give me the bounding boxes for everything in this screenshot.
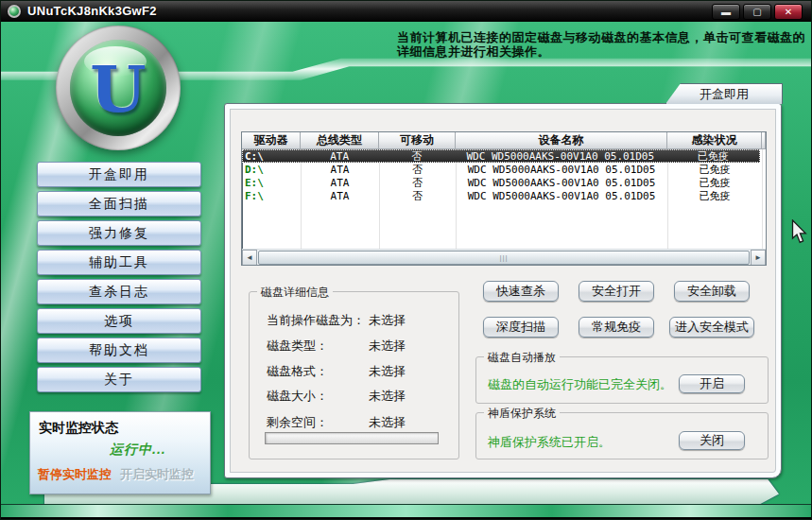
cell-device: WDC WD5000AAKS-00V1A0 05.01D05 xyxy=(455,150,665,163)
detail-label: 剩余空间： xyxy=(267,414,328,431)
sidebar-item-options[interactable]: 选项 xyxy=(37,308,201,334)
monitor-title: 实时监控状态 xyxy=(39,420,118,437)
cell-drive: D:\ xyxy=(242,164,301,176)
sidebar-item-aux-tools[interactable]: 辅助工具 xyxy=(37,250,201,275)
autoplay-enable-button[interactable]: 开启 xyxy=(679,374,745,393)
sidebar-item-scan-log[interactable]: 查杀日志 xyxy=(37,279,201,304)
column-header-filler xyxy=(762,132,766,149)
mouse-cursor-icon xyxy=(791,219,808,249)
column-header-infection[interactable]: 感染状况 xyxy=(667,132,762,149)
window-title: UNuTcKJ8nKk3GwF2 xyxy=(27,4,157,18)
disk-details-group: 磁盘详细信息 当前操作磁盘为： 未选择 磁盘类型： 未选择 磁盘格式： 未选择 … xyxy=(249,291,459,459)
cell-bus: ATA xyxy=(301,150,379,163)
scroll-right-icon[interactable]: ► xyxy=(751,250,766,266)
pause-monitor-link[interactable]: 暂停实时监控 xyxy=(38,466,112,483)
close-button[interactable]: ✕ xyxy=(774,4,803,20)
maximize-button[interactable]: ▢ xyxy=(743,4,771,20)
bottom-border xyxy=(1,517,811,519)
realtime-monitor-panel: 实时监控状态 运行中... 暂停实时监控 开启实时监控 xyxy=(29,411,211,494)
column-header-drive[interactable]: 驱动器 xyxy=(242,132,301,149)
scrollbar-thumb[interactable]: ||| xyxy=(258,251,750,265)
window-controls: ▬ ▢ ✕ xyxy=(712,4,803,20)
cell-removable: 否 xyxy=(379,163,456,177)
shield-legend: 神盾保护系统 xyxy=(484,406,560,422)
cell-removable: 否 xyxy=(378,149,455,164)
logo-letter: U xyxy=(90,51,146,127)
detail-value: 未选择 xyxy=(369,312,406,329)
cell-status: 已免疫 xyxy=(665,149,760,164)
cell-removable: 否 xyxy=(379,189,456,203)
monitor-status-text: 运行中... xyxy=(110,442,166,459)
deep-scan-button[interactable]: 深度扫描 xyxy=(483,317,559,338)
shield-disable-button[interactable]: 关闭 xyxy=(679,431,745,450)
minimize-button[interactable]: ▬ xyxy=(712,4,740,20)
bottom-green-strip xyxy=(1,504,811,517)
cell-removable: 否 xyxy=(379,176,456,190)
cell-drive: F:\ xyxy=(242,190,301,202)
cell-status: 已免疫 xyxy=(667,189,762,203)
detail-label: 当前操作磁盘为： xyxy=(267,312,365,329)
autoplay-status-text: 磁盘的自动运行功能已完全关闭。 xyxy=(488,376,672,393)
sidebar-item-full-scan[interactable]: 全面扫描 xyxy=(37,191,201,217)
cell-device: WDC WD5000AAKS-00V1A0 05.01D05 xyxy=(456,164,667,176)
shield-status-text: 神盾保护系统已开启。 xyxy=(488,434,611,451)
detail-value: 未选择 xyxy=(369,338,406,355)
autoplay-group: 磁盘自动播放 磁盘的自动运行功能已完全关闭。 开启 xyxy=(475,356,769,404)
banner-description: 当前计算机已连接的固定磁盘与移动磁盘的基本信息，单击可查看磁盘的详细信息并进行相… xyxy=(397,30,809,59)
detail-label: 磁盘大小： xyxy=(267,388,328,405)
cell-bus: ATA xyxy=(301,190,379,202)
table-row-drive-c[interactable]: C:\ ATA 否 WDC WD5000AAKS-00V1A0 05.01D05… xyxy=(242,149,760,163)
safe-eject-button[interactable]: 安全卸载 xyxy=(674,281,750,302)
logo-orb-icon: U xyxy=(70,40,166,136)
shield-group: 神盾保护系统 神盾保护系统已开启。 关闭 xyxy=(475,412,769,459)
table-row-drive-d[interactable]: D:\ ATA 否 WDC WD5000AAKS-00V1A0 05.01D05… xyxy=(242,163,766,176)
cell-status: 已免疫 xyxy=(667,176,762,190)
cell-drive: E:\ xyxy=(242,177,301,189)
safe-open-button[interactable]: 安全打开 xyxy=(579,281,654,302)
app-icon xyxy=(8,5,21,18)
immunize-button[interactable]: 常规免疫 xyxy=(579,317,654,338)
horizontal-scrollbar[interactable]: ◄ ||| ► xyxy=(242,249,766,265)
tab-open-box-ready[interactable]: 开盒即用 xyxy=(665,83,783,104)
detail-label: 磁盘格式： xyxy=(267,363,328,380)
table-header-row: 驱动器 总线类型 可移动 设备名称 感染状况 xyxy=(242,132,766,149)
application-window: UNuTcKJ8nKk3GwF2 ▬ ▢ ✕ 当前计算机已连接的固定磁盘与移动磁… xyxy=(0,0,812,520)
sidebar-item-power-fix[interactable]: 强力修复 xyxy=(37,220,201,246)
table-row-drive-f[interactable]: F:\ ATA 否 WDC WD5000AAKS-00V1A0 05.01D05… xyxy=(242,189,766,202)
cell-bus: ATA xyxy=(301,177,379,189)
sidebar-item-help-docs[interactable]: 帮助文档 xyxy=(37,338,201,363)
cell-device: WDC WD5000AAKS-00V1A0 05.01D05 xyxy=(456,190,667,202)
scroll-left-icon[interactable]: ◄ xyxy=(242,250,257,266)
quick-scan-button[interactable]: 快速查杀 xyxy=(483,281,559,302)
sidebar-item-open-box[interactable]: 开盒即用 xyxy=(37,162,201,187)
drive-table[interactable]: 驱动器 总线类型 可移动 设备名称 感染状况 C:\ ATA 否 WDC WD5… xyxy=(241,131,767,266)
column-header-bus[interactable]: 总线类型 xyxy=(301,132,379,149)
detail-value: 未选择 xyxy=(369,388,406,405)
autoplay-legend: 磁盘自动播放 xyxy=(484,350,560,366)
column-header-removable[interactable]: 可移动 xyxy=(379,132,456,149)
title-bar[interactable]: UNuTcKJ8nKk3GwF2 ▬ ▢ ✕ xyxy=(1,1,811,22)
start-monitor-link: 开启实时监控 xyxy=(120,466,194,483)
cell-device: WDC WD5000AAKS-00V1A0 05.01D05 xyxy=(456,177,667,189)
cell-status: 已免疫 xyxy=(667,163,762,177)
disk-details-legend: 磁盘详细信息 xyxy=(257,285,333,301)
column-header-device[interactable]: 设备名称 xyxy=(456,132,667,149)
enter-safe-mode-button[interactable]: 进入安全模式 xyxy=(669,317,754,338)
app-logo: U xyxy=(56,26,181,150)
sidebar-item-about[interactable]: 关于 xyxy=(37,367,201,392)
detail-value: 未选择 xyxy=(369,414,406,431)
table-row-drive-e[interactable]: E:\ ATA 否 WDC WD5000AAKS-00V1A0 05.01D05… xyxy=(242,176,766,189)
cell-drive: C:\ xyxy=(242,150,301,163)
cell-bus: ATA xyxy=(301,164,379,176)
scan-progress-bar xyxy=(265,432,439,444)
detail-label: 磁盘类型： xyxy=(267,338,328,355)
detail-value: 未选择 xyxy=(369,363,406,380)
